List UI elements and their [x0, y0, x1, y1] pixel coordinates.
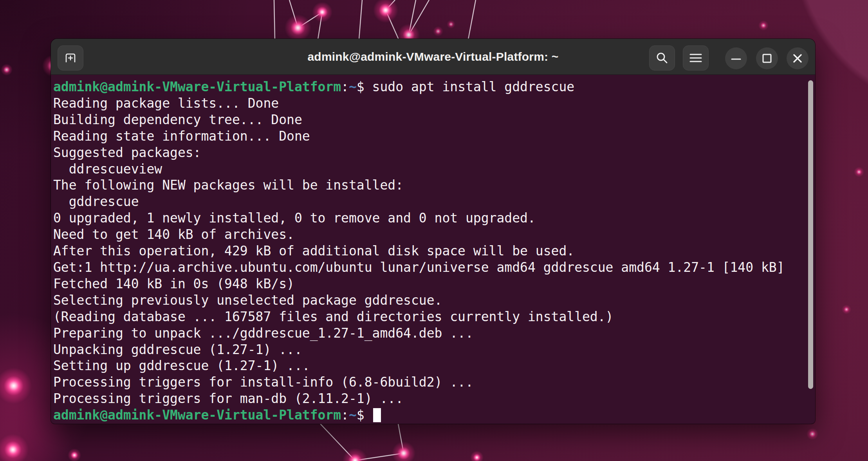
terminal-line: Need to get 140 kB of archives. — [53, 226, 814, 243]
terminal-line: After this operation, 429 kB of addition… — [53, 243, 814, 259]
terminal-line: Building dependency tree... Done — [53, 112, 814, 128]
terminal-line: ddrescueview — [53, 161, 814, 177]
terminal-line: Fetched 140 kB in 0s (948 kB/s) — [53, 276, 814, 292]
maximize-button[interactable] — [756, 47, 778, 69]
terminal-line: Reading package lists... Done — [53, 95, 814, 112]
terminal-line: Processing triggers for man-db (2.11.2-1… — [53, 390, 814, 407]
terminal-line: The following NEW packages will be insta… — [53, 177, 814, 193]
terminal-line: admink@admink-VMware-Virtual-Platform:~$ — [53, 407, 814, 423]
menu-button[interactable] — [683, 45, 709, 71]
terminal-line: 0 upgraded, 1 newly installed, 0 to remo… — [53, 210, 814, 226]
terminal-scrollbar[interactable] — [808, 80, 813, 389]
terminal-content[interactable]: admink@admink-VMware-Virtual-Platform:~$… — [51, 75, 815, 423]
minimize-icon — [730, 52, 742, 64]
terminal-line: (Reading database ... 167587 files and d… — [53, 309, 814, 325]
terminal-line: Preparing to unpack .../gddrescue_1.27-1… — [53, 325, 814, 342]
terminal-window: admink@admink-VMware-Virtual-Platform: ~ — [51, 39, 815, 424]
minimize-button[interactable] — [725, 47, 747, 69]
terminal-line: Setting up gddrescue (1.27-1) ... — [53, 358, 814, 374]
terminal-line: Processing triggers for install-info (6.… — [53, 374, 814, 390]
menu-icon — [689, 51, 703, 65]
terminal-line: Reading state information... Done — [53, 128, 814, 145]
terminal-line: Unpacking gddrescue (1.27-1) ... — [53, 342, 814, 358]
terminal-cursor — [373, 408, 381, 422]
terminal-line: admink@admink-VMware-Virtual-Platform:~$… — [53, 79, 814, 95]
terminal-line: Get:1 http://ua.archive.ubuntu.com/ubunt… — [53, 259, 814, 276]
close-button[interactable] — [787, 47, 808, 69]
search-icon — [655, 51, 669, 65]
search-button[interactable] — [649, 45, 675, 71]
terminal-line: gddrescue — [53, 193, 814, 210]
terminal-output: admink@admink-VMware-Virtual-Platform:~$… — [53, 79, 814, 423]
maximize-icon — [761, 52, 773, 64]
terminal-line: Selecting previously unselected package … — [53, 292, 814, 309]
window-titlebar[interactable]: admink@admink-VMware-Virtual-Platform: ~ — [51, 39, 815, 75]
close-icon — [792, 52, 803, 64]
terminal-line: Suggested packages: — [53, 145, 814, 161]
